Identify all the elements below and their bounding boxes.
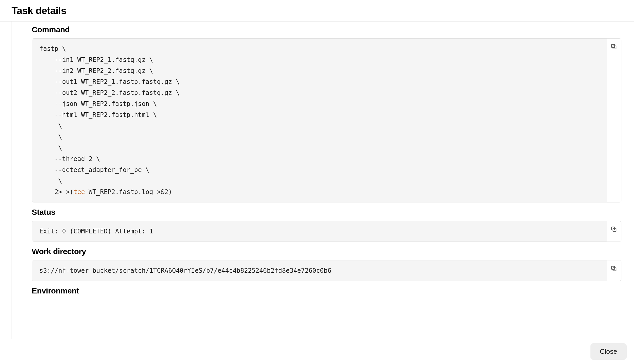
copy-command-button[interactable] — [610, 43, 617, 50]
copy-icon — [610, 226, 617, 233]
command-card: fastp \ --in1 WT_REP2_1.fastq.gz \ --in2… — [32, 38, 621, 202]
copy-icon — [610, 265, 617, 272]
status-value: Exit: 0 (COMPLETED) Attempt: 1 — [32, 221, 606, 242]
copy-status-button[interactable] — [610, 226, 617, 233]
section-title-environment: Environment — [32, 286, 621, 295]
page-title: Task details — [12, 5, 622, 17]
status-card: Exit: 0 (COMPLETED) Attempt: 1 — [32, 221, 621, 242]
command-code: fastp \ --in1 WT_REP2_1.fastq.gz \ --in2… — [32, 39, 606, 202]
copy-icon — [610, 43, 617, 50]
page-header: Task details — [0, 0, 634, 22]
copy-workdir-button[interactable] — [610, 265, 617, 272]
section-title-command: Command — [32, 25, 621, 34]
content-scroll[interactable]: Command fastp \ --in1 WT_REP2_1.fastq.gz… — [12, 22, 634, 339]
section-title-status: Status — [32, 208, 621, 217]
close-button[interactable]: Close — [590, 343, 627, 360]
workdir-card: s3://nf-tower-bucket/scratch/1TCRA6Q40rY… — [32, 260, 621, 281]
section-title-workdir: Work directory — [32, 247, 621, 256]
workdir-value: s3://nf-tower-bucket/scratch/1TCRA6Q40rY… — [32, 260, 606, 281]
footer: Close — [0, 339, 634, 364]
